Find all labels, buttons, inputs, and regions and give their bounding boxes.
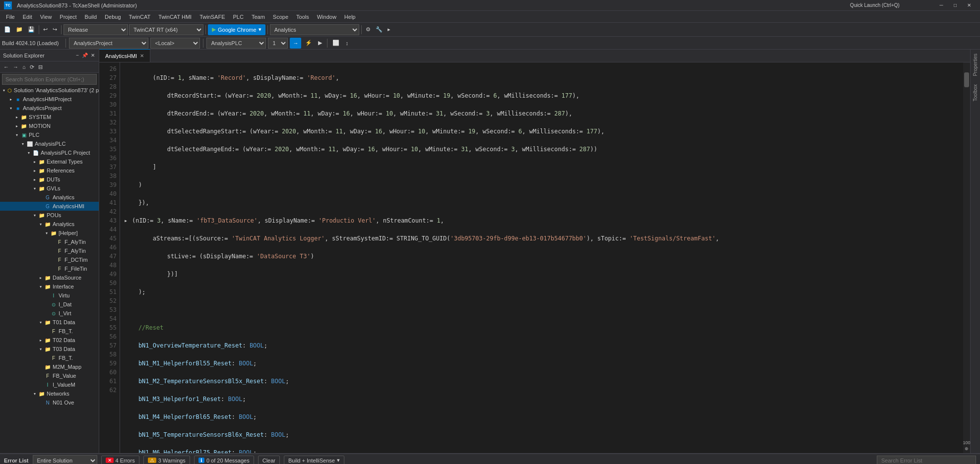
maximize-button[interactable]: □ bbox=[948, 0, 962, 11]
tree-item-falytin1[interactable]: F F_AlyTin bbox=[0, 237, 99, 246]
new-project-button[interactable]: 📄 bbox=[2, 24, 13, 35]
se-close-button[interactable]: ✕ bbox=[90, 52, 96, 59]
tree-item-fbvalue[interactable]: F FB_Value bbox=[0, 371, 99, 380]
build-dropdown-icon[interactable]: ▾ bbox=[337, 457, 340, 464]
tree-item-references[interactable]: ▸ 📁 References bbox=[0, 166, 99, 175]
arrow-t03data[interactable]: ▾ bbox=[38, 347, 44, 351]
tree-item-gvls[interactable]: ▾ 📁 GVLs bbox=[0, 184, 99, 193]
arrow-solution[interactable]: ▾ bbox=[1, 88, 6, 93]
arrow-references[interactable]: ▸ bbox=[32, 169, 38, 173]
tree-item-hmi-project[interactable]: ▸ ■ AnalyticsHMIProject bbox=[0, 95, 99, 104]
messages-filter-button[interactable]: ℹ 0 of 20 Messages bbox=[194, 456, 254, 464]
tree-item-fdctim[interactable]: F F_DCTim bbox=[0, 255, 99, 264]
warnings-filter-button[interactable]: ⚠ 3 Warnings bbox=[143, 456, 190, 464]
compile-button[interactable]: ⚡ bbox=[303, 38, 314, 49]
extra1-button[interactable]: ⬜ bbox=[330, 38, 341, 49]
arrow-analysisplc[interactable]: ▾ bbox=[20, 142, 26, 146]
tree-item-t01data[interactable]: ▾ 📁 T01 Data bbox=[0, 318, 99, 327]
settings-button[interactable]: ⚙ bbox=[364, 24, 373, 35]
clear-button[interactable]: Clear bbox=[258, 456, 280, 464]
zoom-icon[interactable]: ⊕ bbox=[965, 446, 969, 451]
arrow-motion[interactable]: ▸ bbox=[14, 124, 20, 128]
arrow-datasource[interactable]: ▸ bbox=[38, 276, 44, 280]
se-back-button[interactable]: ← bbox=[2, 62, 10, 71]
config-dropdown[interactable]: Release bbox=[64, 24, 128, 35]
se-collapse-button[interactable]: − bbox=[75, 52, 80, 59]
arrow-duts[interactable]: ▸ bbox=[32, 177, 38, 182]
menu-twincat[interactable]: TwinCAT bbox=[125, 13, 155, 21]
arrow-t01data[interactable]: ▾ bbox=[38, 320, 44, 325]
collapse-arrow-34[interactable]: ▸ bbox=[124, 216, 132, 225]
arrow-system[interactable]: ▸ bbox=[14, 115, 20, 119]
tree-item-solution[interactable]: ▾ ⬡ Solution 'AnalyticsSolution873' (2 p bbox=[0, 86, 99, 95]
menu-file[interactable]: File bbox=[2, 13, 19, 21]
tree-item-analyticshmi-gvl[interactable]: G AnalyticsHMI bbox=[0, 202, 99, 211]
menu-team[interactable]: Team bbox=[248, 13, 269, 21]
run-button[interactable]: ▶ Google Chrome ▾ bbox=[208, 24, 265, 35]
arrow-ext-types[interactable]: ▸ bbox=[32, 160, 38, 164]
toolbox-tab[interactable]: Toolbox bbox=[972, 80, 979, 105]
arrow-gvls[interactable]: ▾ bbox=[32, 186, 38, 191]
tree-item-helper[interactable]: ▾ 📁 [Helper] bbox=[0, 229, 99, 237]
save-button[interactable]: 💾 bbox=[26, 24, 37, 35]
se-forward-button[interactable]: → bbox=[11, 62, 20, 71]
redo-button[interactable]: ↪ bbox=[51, 24, 59, 35]
se-home-button[interactable]: ⌂ bbox=[21, 62, 27, 71]
menu-project[interactable]: Project bbox=[56, 13, 80, 21]
menu-tools[interactable]: Tools bbox=[292, 13, 313, 21]
arrow-hmi[interactable]: ▸ bbox=[8, 97, 14, 102]
arrow-helper[interactable]: ▾ bbox=[44, 231, 50, 235]
menu-scope[interactable]: Scope bbox=[269, 13, 292, 21]
analytics-dropdown[interactable]: Analytics bbox=[270, 24, 359, 35]
plc-dropdown[interactable]: AnalysisPLC bbox=[206, 38, 266, 49]
platform-dropdown[interactable]: TwinCAT RT (x64) bbox=[129, 24, 203, 35]
menu-edit[interactable]: Edit bbox=[19, 13, 36, 21]
tree-item-m2m[interactable]: 📁 M2M_Mapp bbox=[0, 362, 99, 371]
se-sync-button[interactable]: ⟳ bbox=[28, 62, 36, 71]
tree-item-fbt03[interactable]: F FB_T. bbox=[0, 353, 99, 362]
tree-item-t02data[interactable]: ▸ 📁 T02 Data bbox=[0, 336, 99, 345]
menu-twincat-hmi[interactable]: TwinCAT HMI bbox=[154, 13, 196, 21]
extra2-button[interactable]: ↕ bbox=[343, 38, 350, 49]
tree-item-duts[interactable]: ▸ 📁 DUTs bbox=[0, 175, 99, 184]
tree-item-datasource[interactable]: ▸ 📁 DataSource bbox=[0, 273, 99, 282]
vertical-scrollbar[interactable]: 100 ⊕ bbox=[963, 62, 970, 453]
arrow-analysisplc-proj[interactable]: ▾ bbox=[26, 151, 32, 155]
location-dropdown[interactable]: <Local> bbox=[150, 38, 200, 49]
tree-item-analysisplc[interactable]: ▾ ⬜ AnalysisPLC bbox=[0, 139, 99, 148]
menu-help[interactable]: Help bbox=[340, 13, 360, 21]
tree-item-analysisplc-proj[interactable]: ▾ 📄 AnalysisPLC Project bbox=[0, 148, 99, 157]
tree-item-analytics-pou[interactable]: ▾ 📁 Analytics bbox=[0, 220, 99, 229]
se-pin-button[interactable]: 📌 bbox=[81, 52, 89, 59]
arrow-analytics-pou[interactable]: ▾ bbox=[38, 222, 44, 227]
minimize-button[interactable]: ─ bbox=[934, 0, 948, 11]
build-intellisense-button[interactable]: Build + IntelliSense ▾ bbox=[284, 456, 344, 464]
scrollbar-thumb[interactable] bbox=[964, 72, 969, 87]
tree-item-analytics-project[interactable]: ▾ ■ AnalyticsProject bbox=[0, 104, 99, 113]
tree-item-plc[interactable]: ▾ ▣ PLC bbox=[0, 130, 99, 139]
arrow-networks[interactable]: ▾ bbox=[32, 392, 38, 396]
tree-item-analytics-gvl[interactable]: G Analytics bbox=[0, 193, 99, 202]
se-search-input[interactable] bbox=[2, 74, 97, 85]
tree-item-motion[interactable]: ▸ 📁 MOTION bbox=[0, 121, 99, 130]
project-dropdown[interactable]: AnalyticsProject bbox=[69, 38, 148, 49]
more-button[interactable]: ▸ bbox=[386, 24, 392, 35]
error-search-input[interactable] bbox=[877, 456, 976, 464]
tree-item-pous[interactable]: ▾ 📁 POUs bbox=[0, 211, 99, 220]
close-button[interactable]: ✕ bbox=[962, 0, 976, 11]
tree-item-ivirt[interactable]: ⊙ I_Virt bbox=[0, 309, 99, 318]
tree-item-networks[interactable]: ▾ 📁 Networks bbox=[0, 389, 99, 398]
tree-item-external-types[interactable]: ▸ 📁 External Types bbox=[0, 157, 99, 166]
arrow-interface[interactable]: ▾ bbox=[38, 285, 44, 289]
debug-button[interactable]: 🔧 bbox=[374, 24, 385, 35]
undo-button[interactable]: ↩ bbox=[41, 24, 50, 35]
tab-close-icon[interactable]: ✕ bbox=[140, 53, 144, 58]
menu-plc[interactable]: PLC bbox=[229, 13, 248, 21]
tree-item-system[interactable]: ▸ 📁 SYSTEM bbox=[0, 113, 99, 121]
tree-item-idat[interactable]: ⊙ I_Dat bbox=[0, 300, 99, 309]
menu-build[interactable]: Build bbox=[81, 13, 101, 21]
tree-item-interface[interactable]: ▾ 📁 Interface bbox=[0, 282, 99, 291]
tree-item-ivaluem[interactable]: I I_ValueM bbox=[0, 380, 99, 389]
errors-filter-button[interactable]: ✕ 4 Errors bbox=[101, 456, 139, 464]
menu-window[interactable]: Window bbox=[313, 13, 340, 21]
